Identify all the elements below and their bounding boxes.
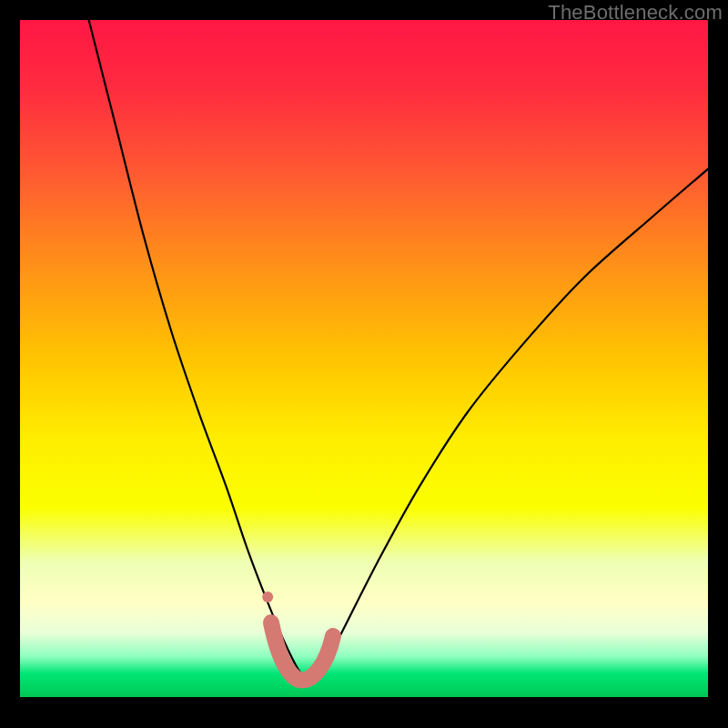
chart-frame: TheBottleneck.com <box>0 0 728 728</box>
chart-svg <box>20 20 708 697</box>
valley-marker-dot <box>262 592 273 602</box>
watermark-text: TheBottleneck.com <box>548 1 723 25</box>
chart-plot-area <box>20 20 708 697</box>
gradient-background <box>20 20 708 697</box>
